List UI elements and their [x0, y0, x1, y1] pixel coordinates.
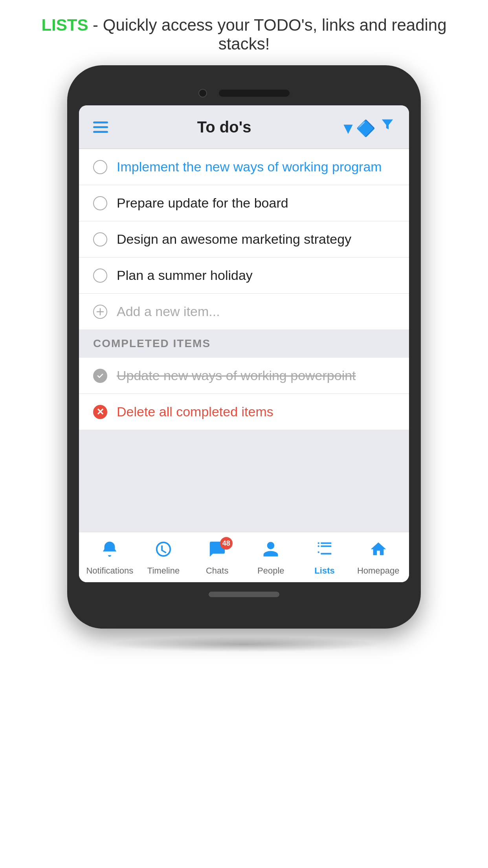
nav-label-notifications: Notifications — [86, 566, 133, 576]
phone-top — [79, 89, 409, 97]
person-icon — [262, 540, 280, 563]
completed-text: Update new ways of working powerpoint — [117, 368, 356, 383]
list-icon — [316, 540, 334, 563]
phone-shadow — [106, 636, 382, 652]
hamburger-icon[interactable] — [93, 121, 108, 133]
completed-header: COMPLETED ITEMS — [79, 329, 409, 358]
delete-label[interactable]: Delete all completed items — [117, 404, 273, 419]
bottom-nav: Notifications Timeline 48 Chats — [79, 532, 409, 582]
app-title: To do's — [197, 118, 251, 136]
nav-label-lists: Lists — [314, 566, 334, 576]
check-circle-icon — [93, 369, 107, 383]
home-icon — [369, 540, 387, 563]
nav-label-people: People — [257, 566, 284, 576]
todo-text: Implement the new ways of working progra… — [117, 159, 382, 175]
list-item[interactable]: Design an awesome marketing strategy — [79, 221, 409, 257]
todo-list: Implement the new ways of working progra… — [79, 149, 409, 329]
list-item[interactable]: Implement the new ways of working progra… — [79, 149, 409, 185]
todo-text: Plan a summer holiday — [117, 268, 253, 283]
phone-screen: To do's ▼🔷 Implement the new ways of wor… — [79, 105, 409, 582]
add-item-row[interactable]: Add a new item... — [79, 294, 409, 329]
todo-radio[interactable] — [93, 160, 107, 174]
nav-item-people[interactable]: People — [244, 540, 298, 576]
chat-icon: 48 — [208, 540, 226, 563]
nav-item-notifications[interactable]: Notifications — [83, 540, 137, 576]
todo-text: Design an awesome marketing strategy — [117, 232, 351, 247]
todo-text: Prepare update for the board — [117, 195, 288, 211]
todo-radio[interactable] — [93, 268, 107, 283]
app-header: To do's ▼🔷 — [79, 105, 409, 149]
phone-camera — [198, 89, 207, 97]
home-bar — [209, 592, 279, 597]
filter-icon[interactable]: ▼🔷 — [340, 116, 395, 138]
history-icon — [154, 540, 172, 563]
list-item[interactable]: Plan a summer holiday — [79, 257, 409, 294]
nav-item-chats[interactable]: 48 Chats — [190, 540, 244, 576]
completed-item[interactable]: Update new ways of working powerpoint — [79, 358, 409, 394]
delete-row[interactable]: ✕ Delete all completed items — [79, 394, 409, 430]
delete-icon[interactable]: ✕ — [93, 405, 107, 419]
nav-label-timeline: Timeline — [147, 566, 180, 576]
nav-label-homepage: Homepage — [357, 566, 400, 576]
top-banner: LISTS - Quickly access your TODO's, link… — [0, 16, 488, 53]
add-icon[interactable] — [93, 305, 107, 319]
lists-word: LISTS — [41, 16, 88, 34]
todo-radio[interactable] — [93, 232, 107, 246]
phone-shell: To do's ▼🔷 Implement the new ways of wor… — [67, 65, 421, 629]
bell-icon — [101, 540, 119, 563]
list-item[interactable]: Prepare update for the board — [79, 185, 409, 221]
nav-label-chats: Chats — [206, 566, 228, 576]
gray-spacer — [79, 430, 409, 532]
phone-bottom — [79, 592, 409, 597]
phone-speaker — [219, 90, 290, 97]
chats-badge: 48 — [220, 537, 233, 550]
nav-item-lists[interactable]: Lists — [298, 540, 352, 576]
nav-item-timeline[interactable]: Timeline — [137, 540, 191, 576]
todo-radio[interactable] — [93, 196, 107, 210]
add-placeholder[interactable]: Add a new item... — [117, 304, 220, 319]
nav-item-homepage[interactable]: Homepage — [351, 540, 405, 576]
